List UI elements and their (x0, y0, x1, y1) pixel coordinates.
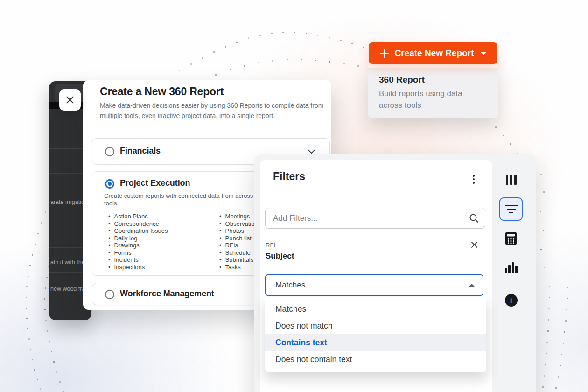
dot (540, 249, 542, 250)
dot (563, 343, 564, 344)
dot (35, 244, 36, 245)
dot (37, 233, 39, 234)
dot (30, 349, 31, 350)
workforce-label: Workforce Management (120, 289, 214, 299)
page-background: K arate irrigation s ath it with the p n… (0, 0, 588, 392)
dot (225, 46, 226, 48)
operator-option-matches[interactable]: Matches (265, 301, 486, 317)
operator-dropdown-menu: Matches Does not match Contains text Doe… (265, 297, 486, 372)
dot (32, 359, 33, 360)
dot (540, 174, 542, 175)
filters-card: Filters RFI Subject Matches Matches Does… (260, 160, 492, 392)
dot (45, 287, 46, 289)
filters-header-divider (260, 198, 492, 198)
dot (564, 331, 565, 333)
dot (45, 211, 46, 213)
menu-item-title: 360 Report (379, 75, 498, 85)
dot (351, 43, 353, 44)
filters-panel: Filters RFI Subject Matches Matches Does… (254, 154, 536, 392)
dot (560, 365, 561, 366)
dot (282, 32, 284, 33)
financials-radio[interactable] (105, 147, 114, 156)
dot (547, 330, 549, 332)
dot (555, 387, 557, 389)
dot (45, 320, 47, 321)
dot (32, 254, 33, 256)
workforce-radio[interactable] (105, 290, 114, 299)
project-execution-label: Project Execution (120, 178, 190, 188)
list-item: Daily log (108, 235, 168, 241)
plus-icon (380, 49, 389, 58)
dot (56, 371, 57, 373)
remove-filter-icon[interactable] (470, 240, 479, 251)
dot (53, 361, 55, 363)
filter-field-label: Subject (266, 252, 294, 261)
caret-down-icon (480, 52, 487, 55)
filter-icon[interactable] (500, 198, 522, 220)
add-filters-input[interactable] (265, 208, 485, 229)
search-icon[interactable] (469, 213, 479, 224)
columns-icon[interactable] (500, 168, 522, 191)
dot (41, 222, 42, 224)
info-icon[interactable]: i (500, 289, 522, 311)
dot (510, 143, 511, 145)
dot (329, 61, 330, 63)
menu-item-360-report[interactable]: 360 Report Build reports using data acro… (368, 68, 498, 118)
dot (213, 51, 215, 53)
list-item: Forms (108, 250, 168, 256)
dot (26, 286, 28, 287)
dot (272, 60, 273, 62)
dot (542, 386, 544, 388)
modal-header-divider (83, 127, 331, 127)
kebab-menu-icon[interactable] (469, 172, 478, 187)
dot (546, 342, 548, 343)
list-item: Action Plans (108, 213, 168, 219)
dot (545, 364, 546, 365)
project-execution-radio[interactable] (105, 179, 114, 189)
tool-list-left: Action Plans Correspondence Coordination… (108, 213, 168, 270)
operator-option-contains-text[interactable]: Contains text (265, 334, 486, 351)
dot (495, 126, 497, 128)
dot (306, 33, 307, 34)
dot (28, 338, 30, 340)
operator-select[interactable]: Matches (265, 274, 483, 296)
dot (37, 379, 38, 380)
create-new-report-label: Create New Report (395, 48, 474, 58)
dot (51, 351, 52, 352)
dot (548, 308, 550, 309)
dot (202, 57, 203, 59)
operator-option-does-not-contain-text[interactable]: Does not contain text (265, 351, 486, 368)
dot (315, 60, 316, 61)
operator-selected-value: Matches (275, 280, 305, 290)
dot (567, 298, 568, 299)
dot (549, 297, 550, 298)
dot (26, 318, 28, 319)
dot (543, 191, 545, 193)
dot (549, 286, 550, 287)
list-item: Incidents (108, 257, 168, 263)
dot (503, 135, 504, 136)
filters-title: Filters (273, 170, 305, 183)
dot (179, 70, 180, 71)
modal-close-button[interactable] (59, 89, 81, 111)
dot (44, 309, 46, 310)
dot (567, 287, 568, 288)
dot (343, 63, 345, 64)
chevron-down-icon[interactable] (308, 149, 315, 154)
dot (215, 74, 217, 76)
close-icon (66, 96, 74, 104)
bar-chart-icon[interactable] (500, 256, 522, 279)
dot (329, 37, 330, 38)
dot (244, 65, 245, 67)
dot (26, 297, 27, 298)
menu-item-description: Build reports using data across tools (379, 88, 484, 111)
operator-option-does-not-match[interactable]: Does not match (265, 317, 486, 334)
strip-divider (495, 322, 528, 322)
dot (44, 298, 45, 300)
list-item: Drawings (108, 242, 168, 248)
create-new-report-button[interactable]: Create New Report (369, 42, 497, 64)
filter-tool-label: RFI (266, 242, 275, 249)
dot (543, 230, 544, 231)
dot (259, 35, 261, 36)
calculator-icon[interactable] (500, 227, 522, 250)
